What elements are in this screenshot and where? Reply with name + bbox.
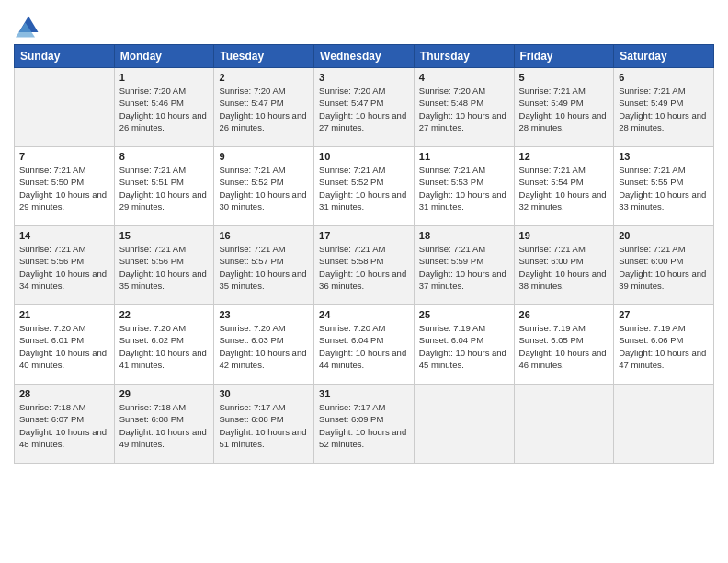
weekday-header-tuesday: Tuesday	[214, 45, 314, 68]
day-cell: 7Sunrise: 7:21 AMSunset: 5:50 PMDaylight…	[15, 147, 115, 226]
day-cell: 13Sunrise: 7:21 AMSunset: 5:55 PMDayligh…	[614, 147, 714, 226]
day-number: 18	[419, 230, 509, 241]
day-cell: 31Sunrise: 7:17 AMSunset: 6:09 PMDayligh…	[314, 385, 415, 464]
day-cell: 17Sunrise: 7:21 AMSunset: 5:58 PMDayligh…	[314, 226, 415, 305]
day-info: Sunrise: 7:21 AMSunset: 5:56 PMDaylight:…	[119, 243, 210, 292]
weekday-header-friday: Friday	[514, 45, 614, 68]
day-cell: 10Sunrise: 7:21 AMSunset: 5:52 PMDayligh…	[314, 147, 415, 226]
day-cell: 6Sunrise: 7:21 AMSunset: 5:49 PMDaylight…	[614, 68, 714, 147]
day-info: Sunrise: 7:21 AMSunset: 5:54 PMDaylight:…	[519, 164, 609, 213]
day-info: Sunrise: 7:20 AMSunset: 6:03 PMDaylight:…	[219, 322, 309, 371]
week-row-4: 21Sunrise: 7:20 AMSunset: 6:01 PMDayligh…	[15, 305, 714, 385]
week-row-2: 7Sunrise: 7:21 AMSunset: 5:50 PMDaylight…	[15, 147, 714, 226]
day-cell: 14Sunrise: 7:21 AMSunset: 5:56 PMDayligh…	[15, 226, 115, 305]
day-number: 12	[519, 151, 609, 162]
day-number: 8	[119, 151, 210, 162]
day-cell	[414, 385, 514, 464]
day-number: 10	[319, 151, 409, 162]
week-row-1: 1Sunrise: 7:20 AMSunset: 5:46 PMDaylight…	[15, 68, 714, 147]
day-info: Sunrise: 7:18 AMSunset: 6:08 PMDaylight:…	[119, 401, 210, 450]
day-info: Sunrise: 7:19 AMSunset: 6:04 PMDaylight:…	[419, 322, 509, 371]
week-row-3: 14Sunrise: 7:21 AMSunset: 5:56 PMDayligh…	[15, 226, 714, 305]
day-info: Sunrise: 7:20 AMSunset: 6:02 PMDaylight:…	[119, 322, 210, 371]
weekday-header-thursday: Thursday	[414, 45, 514, 68]
day-number: 17	[319, 230, 409, 241]
day-number: 11	[419, 151, 509, 162]
weekday-header-monday: Monday	[114, 45, 214, 68]
day-cell: 23Sunrise: 7:20 AMSunset: 6:03 PMDayligh…	[214, 305, 314, 385]
day-info: Sunrise: 7:21 AMSunset: 5:49 PMDaylight:…	[519, 85, 609, 133]
day-info: Sunrise: 7:21 AMSunset: 5:56 PMDaylight:…	[19, 243, 109, 292]
day-number: 28	[19, 388, 109, 399]
day-number: 2	[219, 72, 309, 83]
day-cell: 29Sunrise: 7:18 AMSunset: 6:08 PMDayligh…	[114, 385, 214, 464]
day-info: Sunrise: 7:17 AMSunset: 6:09 PMDaylight:…	[319, 401, 409, 450]
day-info: Sunrise: 7:21 AMSunset: 5:55 PMDaylight:…	[619, 164, 709, 213]
day-cell: 1Sunrise: 7:20 AMSunset: 5:46 PMDaylight…	[114, 68, 214, 147]
day-cell	[614, 385, 714, 464]
day-cell: 20Sunrise: 7:21 AMSunset: 6:00 PMDayligh…	[614, 226, 714, 305]
day-info: Sunrise: 7:17 AMSunset: 6:08 PMDaylight:…	[219, 401, 309, 450]
weekday-header-saturday: Saturday	[614, 45, 714, 68]
day-cell: 26Sunrise: 7:19 AMSunset: 6:05 PMDayligh…	[514, 305, 614, 385]
day-info: Sunrise: 7:20 AMSunset: 5:48 PMDaylight:…	[419, 85, 509, 133]
day-cell: 30Sunrise: 7:17 AMSunset: 6:08 PMDayligh…	[214, 385, 314, 464]
day-cell: 22Sunrise: 7:20 AMSunset: 6:02 PMDayligh…	[114, 305, 214, 385]
day-cell: 9Sunrise: 7:21 AMSunset: 5:52 PMDaylight…	[214, 147, 314, 226]
day-info: Sunrise: 7:20 AMSunset: 5:47 PMDaylight:…	[319, 85, 409, 133]
day-cell: 18Sunrise: 7:21 AMSunset: 5:59 PMDayligh…	[414, 226, 514, 305]
day-number: 9	[219, 151, 309, 162]
day-cell: 19Sunrise: 7:21 AMSunset: 6:00 PMDayligh…	[514, 226, 614, 305]
day-info: Sunrise: 7:20 AMSunset: 6:04 PMDaylight:…	[319, 322, 409, 371]
day-number: 3	[319, 72, 409, 83]
day-info: Sunrise: 7:18 AMSunset: 6:07 PMDaylight:…	[19, 401, 109, 450]
calendar-table: SundayMondayTuesdayWednesdayThursdayFrid…	[14, 44, 714, 464]
day-number: 24	[319, 309, 409, 320]
day-number: 16	[219, 230, 309, 241]
day-info: Sunrise: 7:19 AMSunset: 6:05 PMDaylight:…	[519, 322, 609, 371]
header	[14, 9, 714, 39]
day-info: Sunrise: 7:21 AMSunset: 5:49 PMDaylight:…	[619, 85, 709, 133]
day-info: Sunrise: 7:21 AMSunset: 5:53 PMDaylight:…	[419, 164, 509, 213]
day-cell: 25Sunrise: 7:19 AMSunset: 6:04 PMDayligh…	[414, 305, 514, 385]
day-cell: 8Sunrise: 7:21 AMSunset: 5:51 PMDaylight…	[114, 147, 214, 226]
day-cell: 16Sunrise: 7:21 AMSunset: 5:57 PMDayligh…	[214, 226, 314, 305]
day-cell: 2Sunrise: 7:20 AMSunset: 5:47 PMDaylight…	[214, 68, 314, 147]
day-number: 31	[319, 388, 409, 399]
day-number: 1	[119, 72, 210, 83]
day-cell	[514, 385, 614, 464]
day-info: Sunrise: 7:21 AMSunset: 5:52 PMDaylight:…	[319, 164, 409, 213]
weekday-header-wednesday: Wednesday	[314, 45, 415, 68]
day-number: 19	[519, 230, 609, 241]
day-number: 14	[19, 230, 109, 241]
day-cell: 12Sunrise: 7:21 AMSunset: 5:54 PMDayligh…	[514, 147, 614, 226]
day-cell	[15, 68, 115, 147]
day-number: 7	[19, 151, 109, 162]
day-cell: 11Sunrise: 7:21 AMSunset: 5:53 PMDayligh…	[414, 147, 514, 226]
logo-area	[14, 9, 41, 39]
day-info: Sunrise: 7:21 AMSunset: 5:57 PMDaylight:…	[219, 243, 309, 292]
day-number: 29	[119, 388, 210, 399]
day-number: 5	[519, 72, 609, 83]
day-number: 27	[619, 309, 709, 320]
day-info: Sunrise: 7:21 AMSunset: 6:00 PMDaylight:…	[519, 243, 609, 292]
day-number: 23	[219, 309, 309, 320]
week-row-5: 28Sunrise: 7:18 AMSunset: 6:07 PMDayligh…	[15, 385, 714, 464]
day-cell: 24Sunrise: 7:20 AMSunset: 6:04 PMDayligh…	[314, 305, 415, 385]
day-cell: 27Sunrise: 7:19 AMSunset: 6:06 PMDayligh…	[614, 305, 714, 385]
day-info: Sunrise: 7:20 AMSunset: 6:01 PMDaylight:…	[19, 322, 109, 371]
day-info: Sunrise: 7:21 AMSunset: 5:59 PMDaylight:…	[419, 243, 509, 292]
calendar-page: SundayMondayTuesdayWednesdayThursdayFrid…	[0, 0, 728, 563]
day-info: Sunrise: 7:21 AMSunset: 5:52 PMDaylight:…	[219, 164, 309, 213]
day-number: 21	[19, 309, 109, 320]
day-cell: 28Sunrise: 7:18 AMSunset: 6:07 PMDayligh…	[15, 385, 115, 464]
day-info: Sunrise: 7:19 AMSunset: 6:06 PMDaylight:…	[619, 322, 709, 371]
day-cell: 4Sunrise: 7:20 AMSunset: 5:48 PMDaylight…	[414, 68, 514, 147]
day-cell: 15Sunrise: 7:21 AMSunset: 5:56 PMDayligh…	[114, 226, 214, 305]
weekday-header-sunday: Sunday	[15, 45, 115, 68]
day-number: 13	[619, 151, 709, 162]
day-info: Sunrise: 7:21 AMSunset: 5:51 PMDaylight:…	[119, 164, 210, 213]
day-info: Sunrise: 7:21 AMSunset: 6:00 PMDaylight:…	[619, 243, 709, 292]
day-number: 20	[619, 230, 709, 241]
day-number: 15	[119, 230, 210, 241]
